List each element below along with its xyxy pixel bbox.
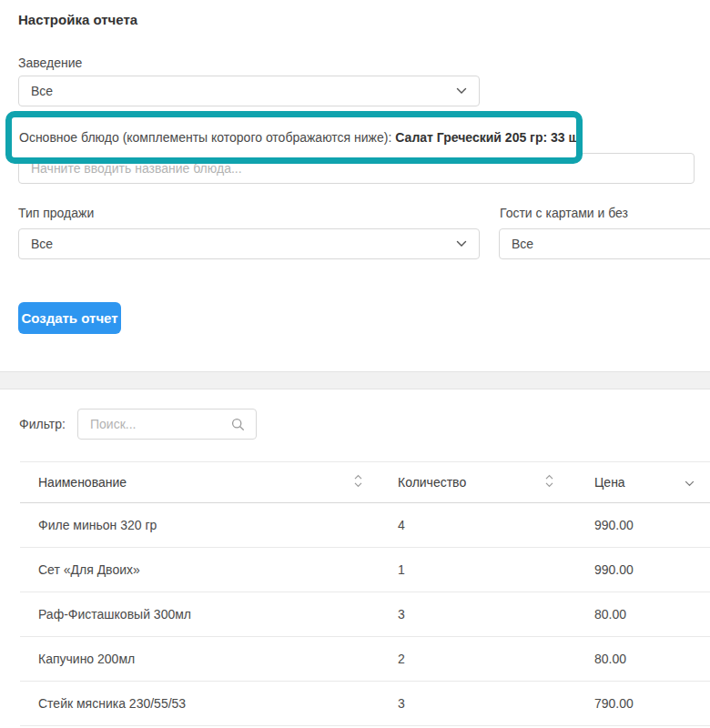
cell-name: Сет «Для Двоих»	[20, 562, 382, 577]
guests-select-value: Все	[512, 237, 709, 251]
table-row[interactable]: Раф-Фисташковый 300мл 3 80.00	[20, 592, 710, 637]
filter-search-field[interactable]	[77, 409, 257, 440]
main-dish-highlight-box: Основное блюдо (комплементы которого ото…	[5, 111, 583, 164]
chevron-down-icon[interactable]	[685, 475, 695, 490]
sort-icon[interactable]	[354, 474, 362, 490]
report-settings-page: Настройка отчета Заведение Все Основное …	[0, 0, 710, 728]
sale-type-select-value: Все	[31, 237, 456, 251]
cell-name: Филе миньон 320 гр	[20, 518, 382, 532]
table-row[interactable]: Стейк мясника 230/55/53 3 790.00	[20, 682, 710, 726]
cell-price: 990.00	[576, 518, 710, 532]
sort-icon[interactable]	[545, 474, 553, 490]
cell-quantity: 3	[382, 607, 576, 622]
cell-price: 80.00	[576, 652, 710, 666]
cell-name: Капучино 200мл	[20, 652, 382, 666]
guests-select[interactable]: Все	[499, 228, 710, 259]
page-title: Настройка отчета	[18, 12, 137, 27]
main-dish-value: Салат Греческий 205 гр: 33 шт.	[395, 130, 583, 145]
create-report-button[interactable]: Создать отчет	[18, 302, 121, 334]
section-divider	[0, 371, 710, 389]
table-row[interactable]: Сет «Для Двоих» 1 990.00	[20, 548, 710, 592]
column-header-label: Цена	[594, 475, 625, 490]
filter-label: Фильтр:	[19, 417, 66, 431]
cell-quantity: 3	[382, 696, 576, 711]
column-header-name[interactable]: Наименование	[20, 474, 382, 490]
table-header-row: Наименование Количество Цена	[20, 461, 710, 503]
column-header-label: Наименование	[38, 475, 127, 490]
column-header-quantity[interactable]: Количество	[382, 474, 576, 490]
search-icon	[231, 418, 245, 434]
cell-name: Стейк мясника 230/55/53	[20, 696, 382, 711]
column-header-price[interactable]: Цена	[576, 475, 710, 490]
main-dish-label: Основное блюдо (комплементы которого ото…	[19, 130, 391, 145]
sale-type-label: Тип продажи	[18, 206, 94, 220]
table-row[interactable]: Капучино 200мл 2 80.00	[20, 637, 710, 682]
cell-price: 790.00	[576, 696, 710, 711]
venue-select-value: Все	[31, 84, 456, 98]
venue-select[interactable]: Все	[18, 76, 480, 106]
guests-label: Гости с картами и без	[500, 206, 628, 220]
cell-quantity: 1	[382, 562, 576, 577]
cell-quantity: 2	[382, 652, 576, 666]
complements-table: Наименование Количество Цена Филе миньон…	[20, 461, 710, 726]
table-row[interactable]: Филе миньон 320 гр 4 990.00	[20, 503, 710, 548]
filter-search-input[interactable]	[90, 417, 244, 431]
sale-type-select[interactable]: Все	[18, 228, 480, 259]
cell-price: 990.00	[576, 562, 710, 577]
cell-quantity: 4	[382, 518, 576, 532]
cell-price: 80.00	[576, 607, 710, 622]
chevron-down-icon	[456, 240, 467, 248]
cell-name: Раф-Фисташковый 300мл	[20, 607, 382, 622]
venue-label: Заведение	[18, 56, 82, 70]
chevron-down-icon	[456, 87, 467, 95]
column-header-label: Количество	[398, 475, 466, 490]
